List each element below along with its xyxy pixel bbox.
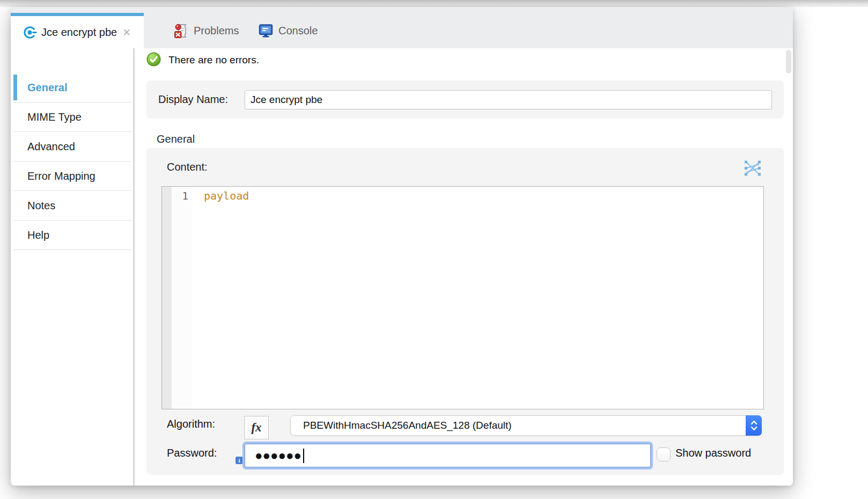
main-content: There are no errors. Display Name: Jce e… (135, 48, 793, 486)
algorithm-label: Algorithm: (167, 418, 215, 430)
page: Jce encrypt pbe ✕ Problems (0, 0, 868, 499)
fx-expression-button[interactable]: fx (244, 416, 269, 439)
tab-console[interactable]: Console (247, 13, 318, 48)
password-input[interactable]: ●●●●●● (245, 444, 651, 467)
algorithm-selected-value: PBEWithHmacSHA256AndAES_128 (Default) (303, 416, 512, 435)
content-code-editor[interactable]: 1 payload (161, 186, 764, 409)
vertical-scrollbar[interactable] (786, 50, 791, 74)
dataweave-transform-icon[interactable] (744, 160, 761, 177)
problems-icon (174, 24, 188, 38)
sidebar-item-notes[interactable]: Notes (13, 191, 131, 221)
sidebar-item-advanced[interactable]: Advanced (13, 132, 131, 162)
tab-strip: Jce encrypt pbe ✕ Problems (11, 7, 793, 48)
tab-problems[interactable]: Problems (162, 13, 239, 48)
sidebar-list: General MIME Type Advanced Error Mapping… (13, 73, 131, 250)
text-caret (303, 449, 304, 463)
display-name-label: Display Name: (158, 80, 228, 119)
tab-label: Problems (194, 25, 239, 37)
tab-label: Jce encrypt pbe (41, 26, 117, 39)
sidebar-item-mime-type[interactable]: MIME Type (13, 102, 131, 132)
success-check-icon (146, 52, 161, 69)
general-section-title: General (157, 133, 195, 145)
password-masked-value: ●●●●●● (255, 449, 301, 462)
general-panel: Content: (146, 148, 784, 475)
properties-sidebar: General MIME Type Advanced Error Mapping… (11, 48, 133, 486)
sidebar-item-general[interactable]: General (13, 73, 131, 102)
crypto-connector-icon (23, 25, 37, 40)
password-label: Password: (167, 447, 217, 459)
status-row: There are no errors. (146, 53, 259, 68)
properties-window: Jce encrypt pbe ✕ Problems (11, 7, 793, 486)
algorithm-select[interactable]: PBEWithHmacSHA256AndAES_128 (Default) (290, 415, 762, 436)
tab-label: Console (278, 25, 318, 37)
close-icon[interactable]: ✕ (122, 27, 131, 38)
display-name-panel: Display Name: Jce encrypt pbe (146, 80, 784, 119)
status-message: There are no errors. (168, 54, 259, 66)
select-stepper-icon (746, 415, 762, 436)
content-label: Content: (167, 161, 208, 173)
show-password-label: Show password (675, 447, 751, 459)
window-top-shadow (0, 0, 868, 7)
info-icon[interactable]: i (236, 457, 243, 464)
tab-jce-encrypt-pbe[interactable]: Jce encrypt pbe ✕ (11, 13, 144, 48)
display-name-input[interactable]: Jce encrypt pbe (245, 90, 772, 109)
sidebar-item-help[interactable]: Help (13, 221, 131, 250)
console-icon (259, 24, 273, 38)
sidebar-item-error-mapping[interactable]: Error Mapping (13, 162, 131, 191)
editor-line-number: 1 (172, 187, 192, 409)
show-password-checkbox[interactable] (657, 447, 671, 461)
editor-code-text[interactable]: payload (192, 187, 763, 409)
editor-annotation-gutter (162, 187, 172, 409)
